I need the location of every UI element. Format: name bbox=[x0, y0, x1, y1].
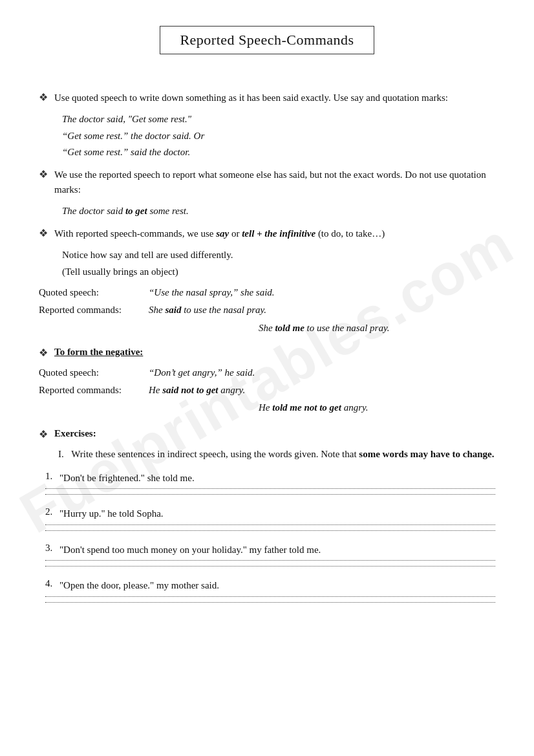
bullet-1: ❖ Use quoted speech to write down someth… bbox=[39, 91, 495, 105]
bullet-2-content: We use the reported speech to report wha… bbox=[54, 169, 486, 195]
neg-quoted-speech-value: “Don’t get angry,” he said. bbox=[149, 365, 255, 380]
item-text-3: "Don't spend too much money on your holi… bbox=[59, 543, 321, 557]
neg-reported-line2: He told me not to get angry. bbox=[259, 400, 368, 415]
neg-reported-line1: He said not to get angry. bbox=[149, 383, 245, 398]
answer-line-3a bbox=[45, 560, 495, 561]
exercise-item-1-row: 1. "Don't be frightened." she told me. bbox=[45, 471, 495, 486]
exercises-section: ❖ Exercises: bbox=[39, 427, 495, 440]
page-title: Reported Speech-Commands bbox=[160, 26, 374, 54]
diamond-icon-2: ❖ bbox=[39, 168, 48, 180]
quoted-speech-value: “Use the nasal spray,” she said. bbox=[149, 285, 275, 300]
item-text-4: "Open the door, please." my mother said. bbox=[59, 578, 219, 593]
reported-commands-line2: She told me to use the nasal pray. bbox=[259, 321, 390, 336]
exercise-item-3: 3. "Don't spend too much money on your h… bbox=[45, 543, 495, 567]
answer-line-1a bbox=[45, 488, 495, 489]
exercise-item-1: 1. "Don't be frightened." she told me. bbox=[45, 471, 495, 495]
neg-reported-row1: Reported commands: He said not to get an… bbox=[39, 383, 495, 398]
reported-commands-row: Reported commands: She said to use the n… bbox=[39, 303, 495, 318]
bullet-2: ❖ We use the reported speech to report w… bbox=[39, 167, 495, 198]
exercises-label: Exercises: bbox=[54, 428, 96, 439]
exercise-instruction: I. Write these sentences in indirect spe… bbox=[58, 447, 495, 462]
quoted-speech-label: Quoted speech: bbox=[39, 285, 149, 300]
negative-header: ❖ To form the negative: bbox=[39, 346, 495, 359]
bullet-3-sub2: (Tell usually brings an object) bbox=[62, 265, 495, 279]
answer-line-2b bbox=[45, 530, 495, 531]
diamond-icon-ex: ❖ bbox=[39, 428, 48, 440]
example-1b: “Get some rest.” the doctor said. Or bbox=[62, 129, 495, 144]
diamond-icon-1: ❖ bbox=[39, 91, 48, 103]
diamond-icon-3: ❖ bbox=[39, 227, 48, 239]
reported-commands-label: Reported commands: bbox=[39, 303, 149, 318]
diamond-icon-neg: ❖ bbox=[39, 347, 48, 359]
bullet-3-sub1: Notice how say and tell are used differe… bbox=[62, 248, 495, 263]
item-text-2: "Hurry up." he told Sopha. bbox=[59, 506, 164, 521]
answer-line-4a bbox=[45, 596, 495, 597]
neg-quoted-speech-row: Quoted speech: “Don’t get angry,” he sai… bbox=[39, 365, 495, 380]
exercise-item-4-row: 4. "Open the door, please." my mother sa… bbox=[45, 578, 495, 593]
item-number-3: 3. bbox=[45, 543, 59, 554]
exercise-item-3-row: 3. "Don't spend too much money on your h… bbox=[45, 543, 495, 557]
answer-line-1b bbox=[45, 494, 495, 495]
quoted-speech-row: Quoted speech: “Use the nasal spray,” sh… bbox=[39, 285, 495, 300]
item-number-1: 1. bbox=[45, 471, 59, 482]
answer-line-2a bbox=[45, 524, 495, 525]
answer-line-4b bbox=[45, 602, 495, 603]
item-number-2: 2. bbox=[45, 506, 59, 517]
example-1a: The doctor said, "Get some rest." bbox=[62, 112, 495, 127]
bullet-1-text: Use quoted speech to write down somethin… bbox=[54, 91, 448, 105]
exercise-item-4: 4. "Open the door, please." my mother sa… bbox=[45, 578, 495, 603]
answer-line-3b bbox=[45, 566, 495, 567]
roman-numeral: I. bbox=[58, 449, 64, 459]
bullet-3-text: With reported speech-commands, we use sa… bbox=[54, 226, 385, 241]
exercise-item-2: 2. "Hurry up." he told Sopha. bbox=[45, 506, 495, 531]
reported-commands-row2: She told me to use the nasal pray. bbox=[39, 321, 495, 336]
example-2a: The doctor said to get some rest. bbox=[62, 204, 495, 219]
neg-quoted-speech-label: Quoted speech: bbox=[39, 365, 149, 380]
neg-reported-row2: He told me not to get angry. bbox=[39, 400, 495, 415]
exercise-item-2-row: 2. "Hurry up." he told Sopha. bbox=[45, 506, 495, 521]
title-wrapper: Reported Speech-Commands bbox=[39, 26, 495, 72]
item-text-1: "Don't be frightened." she told me. bbox=[59, 471, 195, 486]
item-number-4: 4. bbox=[45, 578, 59, 589]
bullet-1-content: Use quoted speech to write down somethin… bbox=[54, 92, 448, 103]
bullet-2-text: We use the reported speech to report wha… bbox=[54, 167, 495, 198]
exercise-instruction-text: Write these sentences in indirect speech… bbox=[71, 449, 494, 459]
reported-commands-line1: She said to use the nasal pray. bbox=[149, 303, 266, 318]
neg-reported-label: Reported commands: bbox=[39, 383, 149, 398]
bullet-3: ❖ With reported speech-commands, we use … bbox=[39, 226, 495, 241]
negative-header-text: To form the negative: bbox=[54, 347, 143, 358]
example-1c: “Get some rest.” said the doctor. bbox=[62, 145, 495, 160]
